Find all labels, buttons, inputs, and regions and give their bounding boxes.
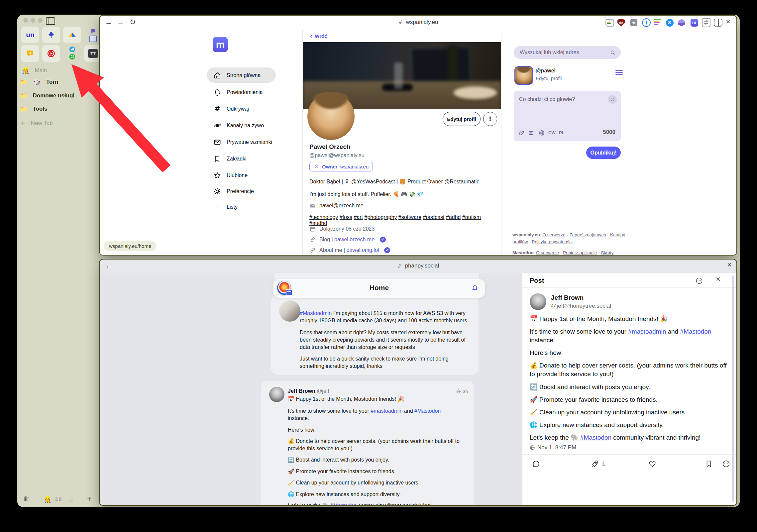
attach-icon[interactable] — [518, 130, 525, 136]
panel-more-icon[interactable] — [695, 277, 703, 285]
space-main-icon[interactable]: 👷 — [44, 496, 51, 503]
sidebar-item-tools[interactable]: 📁 Tools — [20, 105, 48, 113]
back-icon[interactable]: ← — [105, 19, 112, 26]
nav-item-home[interactable]: Strona główna — [213, 68, 261, 83]
phanpy-logo-icon[interactable] — [277, 281, 291, 295]
boost-action[interactable]: 1 — [591, 460, 605, 468]
space-money-icon[interactable]: 💵 — [55, 496, 62, 502]
inline-link[interactable]: #Mastodon — [580, 434, 611, 441]
ublock-extension-icon[interactable]: uO — [617, 18, 625, 27]
sidebar-new-tab[interactable]: + New Tab — [21, 119, 53, 128]
post-author-avatar[interactable] — [530, 293, 546, 310]
nav-item-bookmarks[interactable]: Zakładki — [213, 151, 247, 166]
kebab-menu-button[interactable]: ⋮ — [483, 112, 497, 126]
post-author-avatar[interactable] — [269, 387, 284, 402]
inline-link[interactable]: #mastoadmin — [628, 328, 666, 335]
inline-link[interactable]: #photography — [364, 214, 397, 220]
new-space-plus-icon[interactable]: + — [87, 494, 92, 503]
feed-lines-extension-icon[interactable] — [654, 18, 662, 27]
inline-link[interactable]: #Mastoadmin — [300, 310, 332, 316]
post-card[interactable]: #Mastoadmin I'm paying about $15 a month… — [271, 295, 479, 375]
sidebar-item-main[interactable]: 👷 Main — [22, 66, 47, 75]
inline-link[interactable]: #podcast — [423, 214, 445, 220]
archive-trash-icon[interactable]: 🗑 — [23, 495, 30, 502]
author-name[interactable]: Jeff Brown — [551, 294, 584, 301]
creature-extension-icon[interactable] — [677, 18, 686, 27]
pinned-tab-un[interactable]: un — [21, 27, 39, 43]
star-extension-icon[interactable]: ★ — [629, 18, 638, 27]
post-card-jeff[interactable]: Jeff Brown @jeff 3h 📅 Happy 1st of the M… — [261, 381, 474, 505]
nav-item-private-mentions[interactable]: Prywatne wzmianki — [213, 135, 272, 150]
reply-icon[interactable] — [532, 460, 540, 468]
nav-item-preferences[interactable]: Preferencje — [213, 184, 254, 199]
inline-link[interactable]: #autism — [462, 214, 481, 220]
mastodon-logo-icon[interactable]: m — [213, 37, 228, 52]
inline-link[interactable]: #software — [398, 214, 421, 220]
pinned-tab-bank[interactable] — [42, 27, 60, 43]
more-actions-icon[interactable] — [722, 460, 730, 468]
space-moon-icon[interactable]: 🌙 — [66, 496, 73, 503]
inline-link[interactable]: Pobierz aplikację — [563, 250, 597, 255]
inline-link[interactable]: Zaproś znajomych — [570, 232, 606, 237]
pinned-tab-star-chat[interactable]: ★ — [21, 45, 39, 62]
inline-link[interactable]: Polityka prywatności — [532, 239, 573, 244]
forward-icon[interactable]: → — [117, 262, 124, 269]
visibility-globe-icon[interactable] — [538, 130, 545, 136]
emoji-picker-icon[interactable]: ☺ — [608, 95, 617, 104]
favourite-heart-icon[interactable] — [648, 460, 657, 468]
search-input[interactable]: Wyszukaj lub wklej adres — [514, 46, 621, 59]
reload-icon[interactable]: ↻ — [130, 19, 136, 26]
post-author-avatar[interactable] — [279, 300, 300, 322]
window-zoom-light[interactable] — [38, 18, 43, 23]
content-warning-button[interactable]: CW — [548, 130, 556, 135]
account-edit-link[interactable]: Edytuj profil — [536, 75, 562, 81]
language-button[interactable]: PL — [559, 130, 565, 135]
split-view-icon[interactable] — [714, 18, 722, 27]
forward-icon[interactable]: → — [117, 19, 124, 26]
account-menu-icon[interactable] — [615, 69, 623, 76]
nav-item-favourites[interactable]: Ulubione — [213, 168, 248, 183]
inline-link[interactable]: pawel.orzech.me — [334, 237, 375, 242]
window-minimize-light[interactable] — [31, 18, 35, 23]
inline-link[interactable]: #technology — [309, 214, 338, 220]
nav-item-lists[interactable]: Listy — [213, 199, 238, 215]
inline-link[interactable]: #art — [354, 214, 363, 220]
compose-textarea[interactable]: Co chodzi ci po głowie? ☺ CW PL 5000 — [514, 91, 621, 141]
address-display[interactable]: wspanialy.eu — [398, 19, 438, 26]
inline-link[interactable]: #adhd — [446, 214, 461, 220]
panel-scrollbar[interactable] — [732, 275, 734, 502]
panel-close-icon[interactable]: × — [716, 275, 720, 284]
mastodon-extension-icon[interactable]: m — [690, 18, 699, 27]
notifications-bell-icon[interactable] — [471, 284, 479, 292]
inline-link[interactable]: #Mastodon — [414, 408, 441, 414]
profile-email[interactable]: pawel@orzech.me — [319, 203, 364, 209]
address-display[interactable]: phanpy.social — [397, 263, 439, 269]
inline-link[interactable]: O serwerze — [543, 232, 566, 237]
publish-button[interactable]: Opublikuj! — [586, 147, 621, 159]
profile-avatar[interactable] — [307, 93, 355, 140]
inline-link[interactable]: #mastoadmin — [371, 408, 402, 414]
settings-sliders-icon[interactable] — [702, 18, 710, 27]
sidebar-toggle-icon[interactable] — [46, 17, 55, 25]
pinned-tab-sail[interactable] — [63, 27, 81, 43]
edit-profile-button[interactable]: Edytuj profil — [443, 112, 481, 126]
onepassword-extension-icon[interactable]: 1 — [642, 18, 651, 27]
bookmark-icon[interactable] — [704, 460, 713, 468]
back-link[interactable]: Wróć — [315, 33, 327, 39]
nav-item-explore[interactable]: # Odkrywaj — [213, 101, 249, 117]
window-close-light[interactable] — [23, 18, 28, 23]
inline-link[interactable]: #Mastodon — [680, 328, 711, 335]
inline-link[interactable]: pawel.omg.lol — [347, 247, 379, 253]
account-avatar[interactable] — [514, 66, 533, 85]
inline-link[interactable]: #Mastodon — [330, 503, 357, 505]
close-window-icon[interactable]: × — [726, 17, 730, 26]
inline-link[interactable]: O serwerze — [536, 250, 559, 255]
post-timestamp-row[interactable]: Nov 1, 8:47 PM — [530, 444, 576, 451]
author-name[interactable]: Jeff Brown — [288, 388, 315, 394]
owner-badge[interactable]: Owner wspanialy.eu — [309, 162, 373, 171]
post-meta[interactable]: 3h — [456, 389, 468, 394]
poll-icon[interactable] — [528, 130, 535, 136]
close-window-icon[interactable]: × — [727, 260, 732, 269]
inline-link[interactable]: #foss — [340, 214, 352, 220]
nav-item-live-feeds[interactable]: Kanały na żywo — [213, 118, 264, 133]
